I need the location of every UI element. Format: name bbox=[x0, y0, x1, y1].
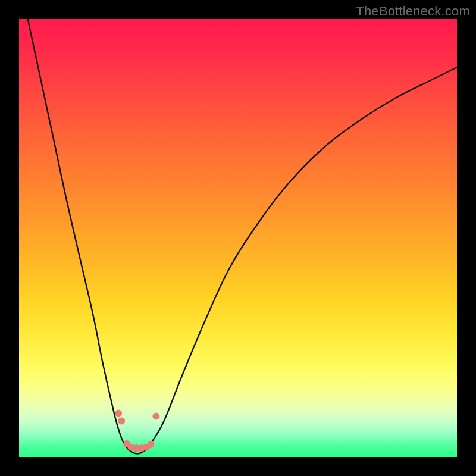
data-markers bbox=[115, 409, 159, 452]
data-marker bbox=[115, 409, 122, 416]
data-marker bbox=[152, 413, 159, 420]
data-marker bbox=[118, 418, 125, 425]
bottleneck-curve-path bbox=[28, 19, 457, 454]
watermark-text: TheBottleneck.com bbox=[356, 4, 470, 19]
data-marker bbox=[148, 441, 155, 448]
plot-area bbox=[19, 19, 457, 457]
curve-layer bbox=[28, 19, 457, 454]
bottleneck-chart bbox=[19, 19, 457, 457]
